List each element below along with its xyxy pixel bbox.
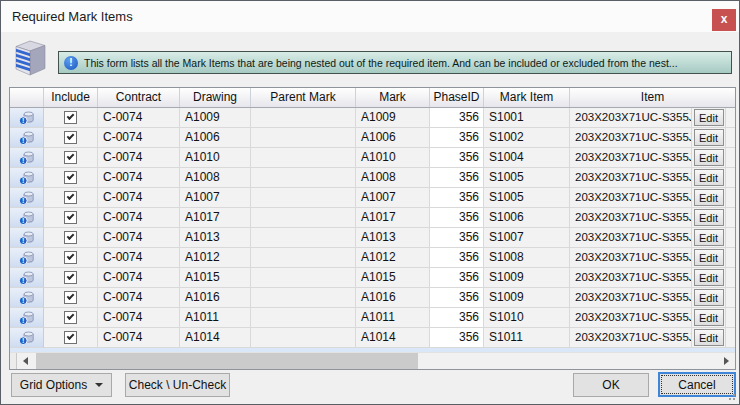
mark-cell[interactable]: A1013 [356, 228, 430, 248]
drawing-cell[interactable]: A1016 [180, 288, 251, 308]
edit-button[interactable]: Edit [694, 329, 724, 346]
parent-mark-cell[interactable] [251, 248, 356, 268]
parent-mark-cell[interactable] [251, 188, 356, 208]
mark-item-cell[interactable]: S1010 [484, 308, 570, 328]
mark-item-cell[interactable]: S1005 [484, 188, 570, 208]
ok-button[interactable]: OK [573, 373, 649, 397]
phase-id-cell[interactable]: 356 [430, 128, 484, 148]
edit-button[interactable]: Edit [694, 129, 724, 146]
item-cell[interactable]: 203X203X71UC-S355J [570, 148, 692, 168]
cancel-button[interactable]: Cancel [658, 372, 736, 397]
header-phase-id[interactable]: PhaseID [430, 88, 484, 107]
drawing-cell[interactable]: A1012 [180, 248, 251, 268]
edit-button[interactable]: Edit [694, 289, 724, 306]
include-checkbox[interactable] [64, 211, 77, 224]
item-cell[interactable]: 203X203X71UC-S355J [570, 188, 692, 208]
mark-cell[interactable]: A1007 [356, 188, 430, 208]
phase-id-cell[interactable]: 356 [430, 188, 484, 208]
include-checkbox[interactable] [64, 271, 77, 284]
contract-cell[interactable]: C-0074 [98, 128, 180, 148]
grid-options-button[interactable]: Grid Options [11, 373, 112, 397]
drawing-cell[interactable]: A1011 [180, 308, 251, 328]
item-cell[interactable]: 203X203X71UC-S355J [570, 328, 692, 348]
check-uncheck-button[interactable]: Check \ Un-Check [125, 373, 230, 397]
contract-cell[interactable]: C-0074 [98, 268, 180, 288]
mark-cell[interactable]: A1008 [356, 168, 430, 188]
contract-cell[interactable]: C-0074 [98, 228, 180, 248]
contract-cell[interactable]: C-0074 [98, 148, 180, 168]
edit-button[interactable]: Edit [694, 109, 724, 126]
resize-grip[interactable] [733, 398, 735, 400]
header-mark-item[interactable]: Mark Item [484, 88, 570, 107]
phase-id-cell[interactable]: 356 [430, 248, 484, 268]
drawing-cell[interactable]: A1014 [180, 328, 251, 348]
contract-cell[interactable]: C-0074 [98, 168, 180, 188]
item-cell[interactable]: 203X203X71UC-S355J [570, 128, 692, 148]
row-indicator-cell[interactable]: ! [10, 148, 44, 168]
mark-item-cell[interactable]: S1002 [484, 128, 570, 148]
contract-cell[interactable]: C-0074 [98, 288, 180, 308]
phase-id-cell[interactable]: 356 [430, 148, 484, 168]
include-checkbox[interactable] [64, 131, 77, 144]
include-checkbox[interactable] [64, 311, 77, 324]
phase-id-cell[interactable]: 356 [430, 168, 484, 188]
drawing-cell[interactable]: A1017 [180, 208, 251, 228]
drawing-cell[interactable]: A1013 [180, 228, 251, 248]
scrollbar-thumb[interactable] [36, 353, 418, 369]
drawing-cell[interactable]: A1007 [180, 188, 251, 208]
edit-button[interactable]: Edit [694, 169, 724, 186]
parent-mark-cell[interactable] [251, 128, 356, 148]
mark-cell[interactable]: A1009 [356, 108, 430, 128]
row-indicator-cell[interactable]: ! [10, 188, 44, 208]
contract-cell[interactable]: C-0074 [98, 108, 180, 128]
edit-button[interactable]: Edit [694, 249, 724, 266]
parent-mark-cell[interactable] [251, 268, 356, 288]
edit-button[interactable]: Edit [694, 269, 724, 286]
contract-cell[interactable]: C-0074 [98, 248, 180, 268]
mark-cell[interactable]: A1014 [356, 328, 430, 348]
item-cell[interactable]: 203X203X71UC-S355J [570, 288, 692, 308]
header-include[interactable]: Include [44, 88, 98, 107]
parent-mark-cell[interactable] [251, 328, 356, 348]
horizontal-scrollbar[interactable] [10, 352, 735, 369]
drawing-cell[interactable]: A1008 [180, 168, 251, 188]
parent-mark-cell[interactable] [251, 208, 356, 228]
contract-cell[interactable]: C-0074 [98, 208, 180, 228]
row-indicator-cell[interactable]: ! [10, 128, 44, 148]
item-cell[interactable]: 203X203X71UC-S355J [570, 268, 692, 288]
edit-button[interactable]: Edit [694, 229, 724, 246]
phase-id-cell[interactable]: 356 [430, 288, 484, 308]
include-checkbox[interactable] [64, 291, 77, 304]
parent-mark-cell[interactable] [251, 288, 356, 308]
header-drawing[interactable]: Drawing [180, 88, 251, 107]
include-checkbox[interactable] [64, 171, 77, 184]
row-indicator-cell[interactable]: ! [10, 108, 44, 128]
parent-mark-cell[interactable] [251, 308, 356, 328]
row-indicator-cell[interactable]: ! [10, 268, 44, 288]
mark-cell[interactable]: A1017 [356, 208, 430, 228]
header-contract[interactable]: Contract [98, 88, 180, 107]
scrollbar-track[interactable] [34, 353, 718, 369]
mark-cell[interactable]: A1011 [356, 308, 430, 328]
phase-id-cell[interactable]: 356 [430, 208, 484, 228]
item-cell[interactable]: 203X203X71UC-S355J [570, 248, 692, 268]
include-checkbox[interactable] [64, 111, 77, 124]
scrollbar-grip[interactable] [10, 353, 17, 369]
header-parent-mark[interactable]: Parent Mark [251, 88, 356, 107]
phase-id-cell[interactable]: 356 [430, 108, 484, 128]
mark-item-cell[interactable]: S1008 [484, 248, 570, 268]
mark-item-cell[interactable]: S1009 [484, 268, 570, 288]
mark-cell[interactable]: A1015 [356, 268, 430, 288]
scroll-left-button[interactable] [17, 353, 34, 369]
row-indicator-cell[interactable]: ! [10, 168, 44, 188]
mark-item-cell[interactable]: S1004 [484, 148, 570, 168]
contract-cell[interactable]: C-0074 [98, 328, 180, 348]
include-checkbox[interactable] [64, 191, 77, 204]
row-indicator-cell[interactable]: ! [10, 308, 44, 328]
drawing-cell[interactable]: A1006 [180, 128, 251, 148]
mark-item-cell[interactable]: S1007 [484, 228, 570, 248]
mark-item-cell[interactable]: S1009 [484, 288, 570, 308]
mark-cell[interactable]: A1010 [356, 148, 430, 168]
drawing-cell[interactable]: A1015 [180, 268, 251, 288]
row-indicator-cell[interactable]: ! [10, 228, 44, 248]
